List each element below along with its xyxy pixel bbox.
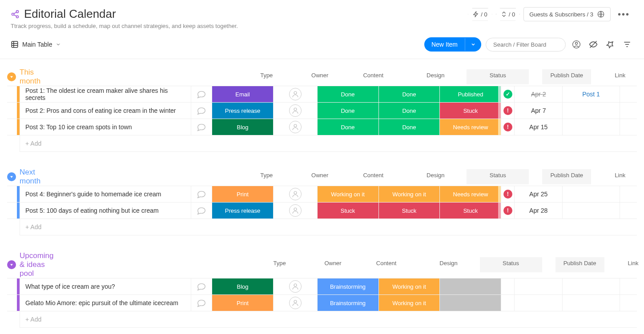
col-header-owner[interactable]: Owner <box>298 169 342 184</box>
type-cell[interactable]: Print <box>212 295 273 311</box>
owner-cell[interactable] <box>273 278 317 294</box>
item-name[interactable]: Post 2: Pros and cons of eating ice crea… <box>20 103 191 119</box>
add-row[interactable]: + Add <box>7 219 637 235</box>
col-header-design[interactable]: Design <box>404 169 467 184</box>
date-cell[interactable]: Apr 2 <box>514 86 562 102</box>
col-header-design[interactable]: Design <box>418 257 480 272</box>
design-cell[interactable]: Done <box>378 103 440 119</box>
col-header-content[interactable]: Content <box>355 257 418 272</box>
person-icon[interactable] <box>570 38 583 51</box>
status-cell[interactable]: Needs review <box>439 186 501 202</box>
col-header-link[interactable]: Link <box>604 257 644 272</box>
add-row[interactable]: + Add <box>7 311 637 328</box>
col-header-status[interactable]: Status <box>467 169 529 184</box>
date-cell[interactable]: Apr 7 <box>514 103 562 119</box>
search-input[interactable] <box>486 38 566 52</box>
collapse-icon[interactable] <box>7 172 16 181</box>
group-title[interactable]: This month <box>20 68 40 86</box>
col-header-date[interactable]: Publish Date <box>542 69 591 84</box>
status-cell[interactable]: Stuck <box>439 203 501 219</box>
type-cell[interactable]: Blog <box>212 119 273 135</box>
date-cell[interactable]: Apr 28 <box>514 203 562 219</box>
status-cell[interactable] <box>439 278 501 294</box>
chat-icon[interactable] <box>191 278 212 294</box>
content-cell[interactable]: Stuck <box>317 203 378 219</box>
integrations-badge[interactable]: / 0 <box>496 8 520 21</box>
col-header-link[interactable]: Link <box>591 69 644 84</box>
content-cell[interactable]: Done <box>317 119 378 135</box>
status-cell[interactable] <box>439 295 501 311</box>
col-header-owner[interactable]: Owner <box>298 69 342 84</box>
item-name[interactable]: Post 5: 100 days of eating nothing but i… <box>20 203 191 219</box>
type-cell[interactable]: Press release <box>212 203 273 219</box>
col-header-content[interactable]: Content <box>342 169 404 184</box>
col-header-type[interactable]: Type <box>235 169 298 184</box>
chat-icon[interactable] <box>191 86 212 102</box>
content-cell[interactable]: Brainstorming <box>317 278 378 294</box>
svg-point-11 <box>576 42 578 44</box>
chat-icon[interactable] <box>191 103 212 119</box>
collapse-icon[interactable] <box>7 72 16 81</box>
link-cell[interactable]: Post 1 <box>562 86 619 102</box>
col-header-type[interactable]: Type <box>235 69 298 84</box>
col-header-type[interactable]: Type <box>249 257 311 272</box>
date-cell[interactable]: Apr 25 <box>514 186 562 202</box>
design-cell[interactable]: Done <box>378 119 440 135</box>
status-cell[interactable]: Stuck <box>439 103 501 119</box>
type-cell[interactable]: Blog <box>212 278 273 294</box>
group-title[interactable]: Upcoming & ideas pool <box>20 251 54 278</box>
design-cell[interactable]: Stuck <box>378 203 440 219</box>
type-cell[interactable]: Print <box>212 186 273 202</box>
svg-point-21 <box>294 191 297 194</box>
item-name[interactable]: Post 3: Top 10 ice cream spots in town <box>20 119 191 135</box>
item-name[interactable]: Gelato Mio Amore: epic pursuit of the ul… <box>20 295 191 311</box>
group-title[interactable]: Next month <box>20 168 40 186</box>
col-header-status[interactable]: Status <box>480 257 542 272</box>
col-header-design[interactable]: Design <box>404 69 467 84</box>
automations-badge[interactable]: / 0 <box>468 8 492 21</box>
owner-cell[interactable] <box>273 119 317 135</box>
item-name[interactable]: What type of ice cream are you? <box>20 278 191 294</box>
type-cell[interactable]: Email <box>212 86 273 102</box>
chat-icon[interactable] <box>191 203 212 219</box>
status-cell[interactable]: Needs review <box>439 119 501 135</box>
col-header-status[interactable]: Status <box>467 69 529 84</box>
content-cell[interactable]: Done <box>317 86 378 102</box>
chat-icon[interactable] <box>191 295 212 311</box>
chat-icon[interactable] <box>191 119 212 135</box>
owner-cell[interactable] <box>273 203 317 219</box>
col-header-date[interactable]: Publish Date <box>542 169 591 184</box>
type-cell[interactable]: Press release <box>212 103 273 119</box>
view-selector[interactable]: Main Table <box>11 40 61 48</box>
hide-icon[interactable] <box>587 38 600 51</box>
item-name[interactable]: Post 4: Beginner's guide to homemade ice… <box>20 186 191 202</box>
design-cell[interactable]: Done <box>378 86 440 102</box>
owner-cell[interactable] <box>273 103 317 119</box>
owner-cell[interactable] <box>273 295 317 311</box>
guests-button[interactable]: Guests & Subscribers / 3 <box>523 7 611 21</box>
owner-cell[interactable] <box>273 86 317 102</box>
collapse-icon[interactable] <box>7 260 16 269</box>
new-item-dropdown[interactable] <box>465 38 481 51</box>
status-cell[interactable]: Published <box>439 86 501 102</box>
content-cell[interactable]: Done <box>317 103 378 119</box>
col-header-content[interactable]: Content <box>342 69 404 84</box>
owner-cell[interactable] <box>273 186 317 202</box>
filter-icon[interactable] <box>621 38 633 51</box>
design-cell[interactable]: Working on it <box>378 186 440 202</box>
new-item-button[interactable]: New Item <box>424 37 481 52</box>
design-cell[interactable]: Working on it <box>378 278 440 294</box>
design-cell[interactable]: Working on it <box>378 295 440 311</box>
col-header-date[interactable]: Publish Date <box>555 257 604 272</box>
pin-icon[interactable] <box>604 38 616 51</box>
content-cell[interactable]: Working on it <box>317 186 378 202</box>
item-name[interactable]: Post 1: The oldest ice cream maker alive… <box>20 86 191 102</box>
more-menu-icon[interactable]: ••• <box>614 8 633 21</box>
content-cell[interactable]: Brainstorming <box>317 295 378 311</box>
col-header-link[interactable]: Link <box>591 169 644 184</box>
col-header-owner[interactable]: Owner <box>311 257 355 272</box>
warn-icon: ! <box>501 119 514 135</box>
date-cell[interactable]: Apr 15 <box>514 119 562 135</box>
chat-icon[interactable] <box>191 186 212 202</box>
add-row[interactable]: + Add <box>7 135 637 152</box>
